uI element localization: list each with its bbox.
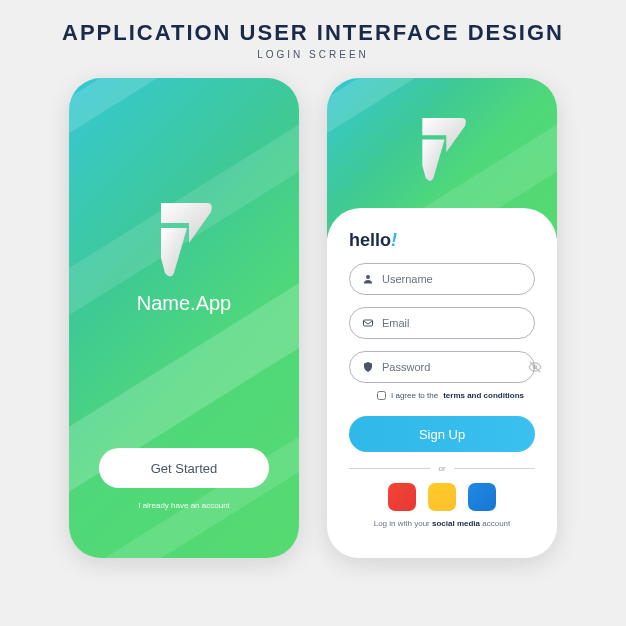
- shield-icon: [362, 361, 374, 373]
- page-header: APPLICATION USER INTERFACE DESIGN LOGIN …: [0, 0, 626, 68]
- social-text: Log in with your social media account: [349, 519, 535, 528]
- phone-login: hello!: [327, 78, 557, 558]
- app-logo-icon: [149, 198, 219, 278]
- email-input[interactable]: [382, 317, 522, 329]
- social-red-button[interactable]: [388, 483, 416, 511]
- username-field[interactable]: [349, 263, 535, 295]
- eye-off-icon[interactable]: [528, 360, 542, 374]
- phone-mockups: Name.App Get Started I already have an a…: [0, 78, 626, 558]
- or-label: or: [438, 464, 445, 473]
- social-blue-button[interactable]: [468, 483, 496, 511]
- signup-button[interactable]: Sign Up: [349, 416, 535, 452]
- app-logo-icon: [412, 113, 472, 183]
- terms-prefix: I agree to the: [391, 391, 438, 400]
- email-field[interactable]: [349, 307, 535, 339]
- password-field[interactable]: [349, 351, 535, 383]
- user-icon: [362, 273, 374, 285]
- svg-rect-1: [364, 320, 373, 326]
- terms-link[interactable]: terms and conditions: [443, 391, 524, 400]
- password-input[interactable]: [382, 361, 520, 373]
- page-title: APPLICATION USER INTERFACE DESIGN: [0, 20, 626, 46]
- app-name: Name.App: [137, 292, 232, 315]
- or-divider: or: [349, 464, 535, 473]
- username-input[interactable]: [382, 273, 522, 285]
- social-yellow-button[interactable]: [428, 483, 456, 511]
- social-buttons: [349, 483, 535, 511]
- svg-point-0: [366, 275, 370, 279]
- terms-row: I agree to the terms and conditions: [377, 391, 535, 400]
- existing-account-link[interactable]: I already have an account: [138, 501, 230, 510]
- phone-welcome: Name.App Get Started I already have an a…: [69, 78, 299, 558]
- page-subtitle: LOGIN SCREEN: [0, 49, 626, 60]
- mail-icon: [362, 317, 374, 329]
- hello-heading: hello!: [349, 230, 535, 251]
- login-card: hello!: [327, 208, 557, 558]
- get-started-button[interactable]: Get Started: [99, 448, 269, 488]
- terms-checkbox[interactable]: [377, 391, 386, 400]
